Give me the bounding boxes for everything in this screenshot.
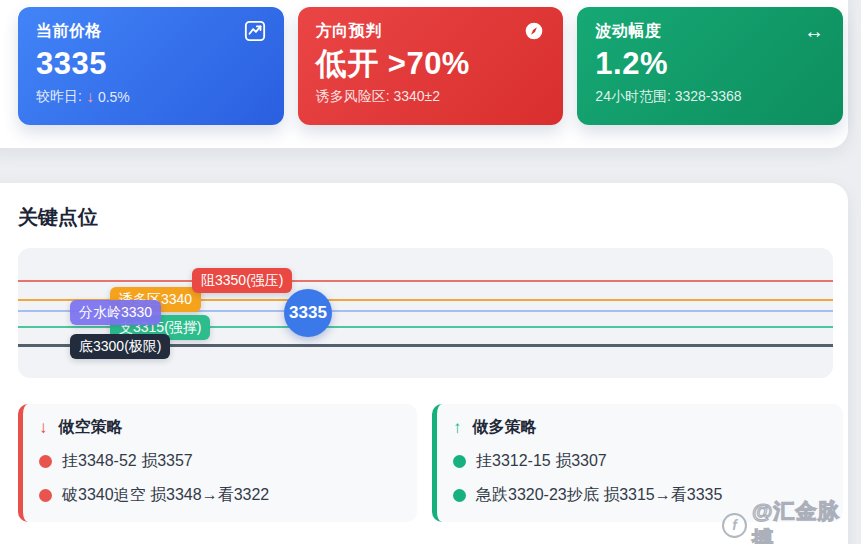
volatility-card[interactable]: 波动幅度 ↔ 1.2% 24小时范围: 3328-3368	[577, 7, 843, 125]
list-item: 挂3348-52 损3357	[39, 451, 401, 472]
bullet-dot-icon	[453, 489, 466, 502]
trend-line-chart-icon	[244, 20, 266, 42]
list-item: 挂3312-15 损3307	[453, 451, 827, 472]
down-arrow-icon: ↓	[86, 88, 94, 106]
long-entry-2: 急跌3320-23抄底 损3315→看3335	[476, 485, 722, 506]
card-title: 当前价格	[36, 21, 102, 42]
short-entry-1: 挂3348-52 损3357	[62, 451, 193, 472]
direction-forecast-card[interactable]: 方向预判 低开 >70% 诱多风险区: 3340±2	[298, 7, 564, 125]
short-strategy-title: 做空策略	[59, 417, 123, 438]
compass-icon	[523, 20, 545, 42]
bullet-dot-icon	[39, 455, 52, 468]
current-price-card[interactable]: 当前价格 3335 较昨日: ↓ 0.5%	[18, 7, 284, 125]
card-title: 波动幅度	[595, 21, 661, 42]
key-levels-heading: 关键点位	[18, 204, 98, 231]
watermark-handle: @汇金脉搏	[752, 497, 861, 544]
double-arrow-icon: ↔	[803, 20, 825, 42]
summary-cards-row: 当前价格 3335 较昨日: ↓ 0.5% 方向预判	[18, 7, 843, 125]
watermark: f @汇金脉搏	[722, 497, 861, 544]
resistance-line	[18, 280, 833, 282]
key-levels-chart: 阻3350(强压) 诱多区3340 分水岭3330 支3315(强撑) 底330…	[18, 248, 833, 378]
trap-risk-zone: 诱多风险区: 3340±2	[316, 88, 546, 106]
volatility-value: 1.2%	[595, 47, 825, 81]
card-title: 方向预判	[316, 21, 382, 42]
list-item: 破3340追空 损3348→看3322	[39, 485, 401, 506]
direction-value: 低开 >70%	[316, 47, 546, 81]
change-label: 较昨日:	[36, 88, 82, 106]
long-strategy-title: 做多策略	[473, 417, 537, 438]
change-value: 0.5%	[98, 89, 130, 105]
pivot-badge: 分水岭3330	[70, 300, 161, 325]
down-arrow-icon: ↓	[39, 418, 48, 438]
short-strategy-card: ↓ 做空策略 挂3348-52 损3357 破3340追空 损3348→看332…	[18, 404, 417, 522]
short-entry-2: 破3340追空 损3348→看3322	[62, 485, 269, 506]
dashboard: 当前价格 3335 较昨日: ↓ 0.5% 方向预判	[0, 0, 861, 544]
bullet-dot-icon	[39, 489, 52, 502]
long-entry-1: 挂3312-15 损3307	[476, 451, 607, 472]
up-arrow-icon: ↑	[453, 418, 462, 438]
range-24h: 24小时范围: 3328-3368	[595, 88, 825, 106]
bullet-dot-icon	[453, 455, 466, 468]
watermark-logo-icon: f	[722, 513, 747, 538]
floor-badge: 底3300(极限)	[70, 334, 170, 359]
current-price-value: 3335	[36, 47, 266, 81]
current-price-marker: 3335	[284, 289, 332, 337]
resistance-badge: 阻3350(强压)	[192, 268, 292, 293]
price-change: 较昨日: ↓ 0.5%	[36, 88, 266, 106]
